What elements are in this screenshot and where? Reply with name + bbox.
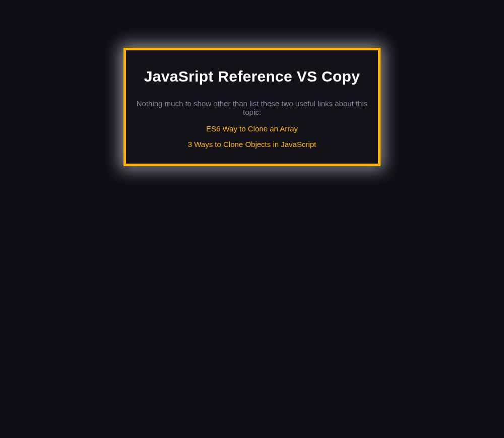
link-clone-array[interactable]: ES6 Way to Clone an Array — [136, 124, 368, 133]
subtitle-text: Nothing much to show other than list the… — [136, 99, 368, 116]
link-clone-objects[interactable]: 3 Ways to Clone Objects in JavaScript — [136, 140, 368, 149]
page-title: JavaSript Reference VS Copy — [136, 68, 368, 85]
info-card: JavaSript Reference VS Copy Nothing much… — [123, 48, 381, 166]
